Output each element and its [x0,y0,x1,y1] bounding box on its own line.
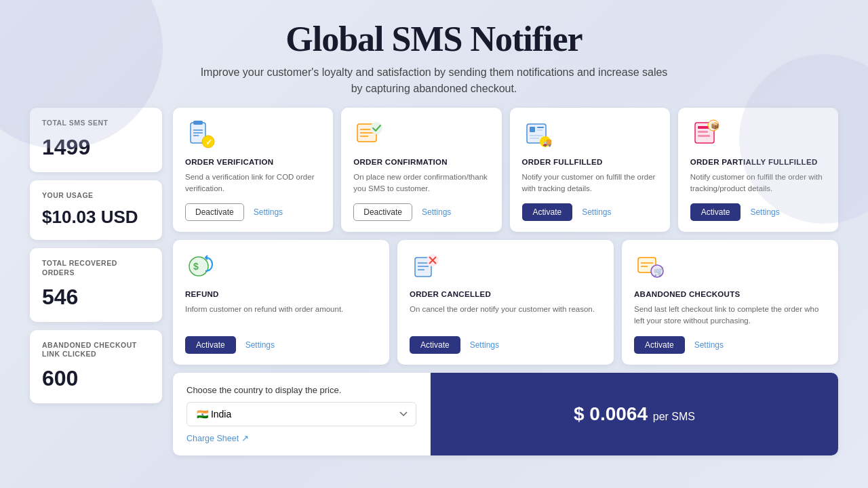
order-confirmation-icon [353,119,384,150]
card-refund-actions: Activate Settings [185,336,377,354]
order-partially-fulfilled-icon: 📦 [690,119,722,150]
card-order-partially-fulfilled: 📦 ORDER PARTIALLY FULLFILLED Notify cust… [678,108,838,232]
settings-refund-button[interactable]: Settings [245,340,275,350]
settings-order-fulfilled-button[interactable]: Settings [582,207,611,217]
settings-order-verification-button[interactable]: Settings [254,207,283,217]
stat-total-sms: TOTAL SMS SENT 1499 [30,108,162,172]
card-order-fulfilled-actions: Activate Settings [522,203,658,221]
card-order-verification-actions: Deactivate Settings [185,203,321,221]
activate-order-cancelled-button[interactable]: Activate [410,336,460,354]
activate-abandoned-checkouts-button[interactable]: Activate [634,336,685,354]
page-subtitle: Improve your customer's loyalty and sati… [197,64,671,97]
settings-order-confirmation-button[interactable]: Settings [422,207,451,217]
card-refund: $ REFUND Inform customer on refund with … [173,240,389,364]
svg-rect-1 [193,121,203,125]
price-display: $ 0.0064 per SMS [574,403,695,425]
deactivate-order-confirmation-button[interactable]: Deactivate [353,203,412,221]
charge-sheet-link[interactable]: Charge Sheet ↗ [186,433,416,443]
card-order-fulfilled: 🚚 ORDER FULLFILLED Notify your customer … [510,108,670,232]
deactivate-order-verification-button[interactable]: Deactivate [185,203,244,221]
svg-rect-23 [698,135,710,137]
cards-row-2: $ REFUND Inform customer on refund with … [173,240,838,364]
svg-text:🛒: 🛒 [654,266,664,277]
country-select[interactable]: 🇮🇳 India 🇺🇸 United States 🇬🇧 United King… [186,402,416,426]
stat-your-usage: YOUR USAGE $10.03 USD [30,180,162,241]
svg-point-11 [370,122,382,134]
stat-total-recovered: TOTAL RECOVERED ORDERS 546 [30,248,162,321]
refund-icon: $ [185,251,216,282]
settings-order-cancelled-button[interactable]: Settings [470,340,499,350]
card-abandoned-checkouts: 🛒 ABANDONED CHECKOUTS Send last left che… [622,240,838,364]
card-order-cancelled-actions: Activate Settings [410,336,601,354]
abandoned-checkouts-icon: 🛒 [634,251,665,282]
svg-rect-15 [537,129,542,131]
activate-order-fulfilled-button[interactable]: Activate [522,203,573,221]
price-section: $ 0.0064 per SMS [431,373,838,455]
order-cancelled-icon [410,251,441,282]
svg-rect-13 [530,127,535,132]
cards-row-1: ✓ ORDER VERIFICATION Send a verification… [173,108,838,232]
sidebar: TOTAL SMS SENT 1499 YOUR USAGE $10.03 US… [30,108,162,455]
svg-rect-16 [530,135,543,136]
svg-point-26 [189,257,208,276]
settings-abandoned-checkouts-button[interactable]: Settings [694,340,724,350]
card-order-verification: ✓ ORDER VERIFICATION Send a verification… [173,108,333,232]
order-fulfilled-icon: 🚚 [522,119,553,150]
card-order-cancelled: ORDER CANCELLED On cancel the order noti… [397,240,614,364]
page-title: Global SMS Notifier [14,19,854,59]
svg-rect-17 [530,138,539,139]
svg-rect-14 [537,127,544,128]
svg-text:📦: 📦 [711,121,719,130]
card-abandoned-checkouts-actions: Activate Settings [634,336,826,354]
svg-text:$: $ [193,261,199,272]
order-verification-icon: ✓ [185,119,216,150]
svg-text:✓: ✓ [205,138,212,147]
svg-rect-22 [698,131,708,133]
card-order-partially-fulfilled-actions: Activate Settings [690,203,826,221]
main-content: ✓ ORDER VERIFICATION Send a verification… [173,108,838,455]
card-order-confirmation: ORDER CONFIRMATION On place new order co… [341,108,501,232]
svg-text:🚚: 🚚 [542,138,552,147]
stat-abandoned-clicks: ABANDONED CHECKOUT LINK CLICKED 600 [30,330,162,403]
card-order-confirmation-actions: Deactivate Settings [353,203,489,221]
activate-order-partially-fulfilled-button[interactable]: Activate [690,203,741,221]
bottom-section: Choose the country to display the price.… [173,373,838,455]
settings-order-partially-fulfilled-button[interactable]: Settings [750,207,779,217]
activate-refund-button[interactable]: Activate [185,336,236,354]
country-section: Choose the country to display the price.… [173,373,431,455]
